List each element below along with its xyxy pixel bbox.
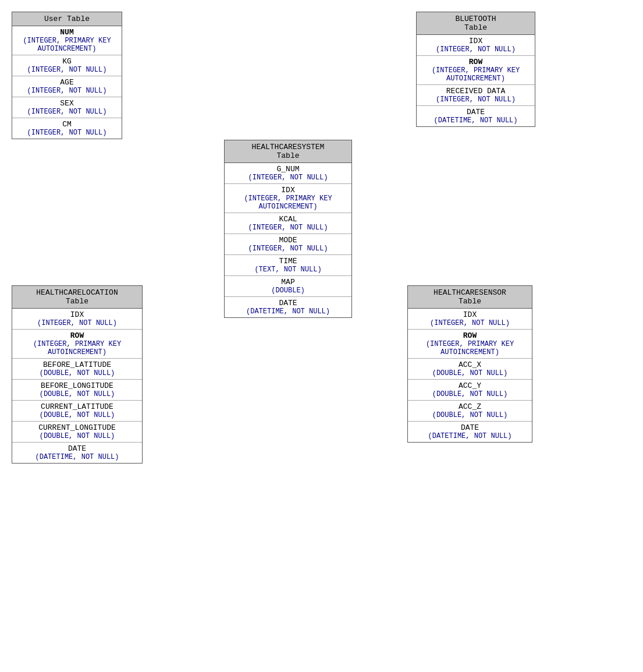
field-num-name: NUM bbox=[17, 28, 117, 37]
hse-field-accz: ACC_Z (DOUBLE, NOT NULL) bbox=[408, 401, 532, 422]
hse-field-idx-name: IDX bbox=[413, 310, 527, 319]
bluetooth-table-header: BLUETOOTH Table bbox=[417, 12, 535, 35]
hs-field-gnum: G_NUM (INTEGER, NOT NULL) bbox=[225, 163, 351, 184]
bt-field-row-name: ROW bbox=[421, 58, 530, 66]
hl-field-idx: IDX (INTEGER, NOT NULL) bbox=[12, 309, 142, 330]
field-cm-type: (INTEGER, NOT NULL) bbox=[17, 129, 117, 137]
healthcaresensor-name: HEALTHCARESENSOR bbox=[413, 288, 527, 297]
bt-field-date-name: DATE bbox=[421, 108, 530, 116]
healthcaresensor-header: HEALTHCARESENSOR Table bbox=[408, 286, 532, 309]
hse-field-accz-name: ACC_Z bbox=[413, 402, 527, 411]
bt-field-idx-type: (INTEGER, NOT NULL) bbox=[421, 45, 530, 54]
hs-field-idx-type: (INTEGER, PRIMARY KEY AUTOINCREMENT) bbox=[229, 194, 347, 211]
field-cm-name: CM bbox=[17, 120, 117, 129]
hs-field-date-type: (DATETIME, NOT NULL) bbox=[229, 307, 347, 316]
hl-field-current-lat-type: (DOUBLE, NOT NULL) bbox=[17, 411, 137, 419]
bt-field-date: DATE (DATETIME, NOT NULL) bbox=[417, 106, 535, 126]
hl-field-before-lon: BEFORE_LONGITUDE (DOUBLE, NOT NULL) bbox=[12, 380, 142, 401]
hl-field-current-lat-name: CURRENT_LATITUDE bbox=[17, 402, 137, 411]
hs-field-map-name: MAP bbox=[229, 278, 347, 287]
hs-field-date-name: DATE bbox=[229, 299, 347, 307]
hl-field-before-lat: BEFORE_LATITUDE (DOUBLE, NOT NULL) bbox=[12, 359, 142, 380]
bt-field-row: ROW (INTEGER, PRIMARY KEY AUTOINCREMENT) bbox=[417, 56, 535, 85]
bluetooth-table: BLUETOOTH Table IDX (INTEGER, NOT NULL) … bbox=[416, 12, 535, 127]
field-age-type: (INTEGER, NOT NULL) bbox=[17, 87, 117, 95]
hs-field-idx: IDX (INTEGER, PRIMARY KEY AUTOINCREMENT) bbox=[225, 184, 351, 213]
hl-field-date: DATE (DATETIME, NOT NULL) bbox=[12, 443, 142, 463]
hl-field-before-lat-name: BEFORE_LATITUDE bbox=[17, 360, 137, 369]
hl-field-row: ROW (INTEGER, PRIMARY KEY AUTOINCREMENT) bbox=[12, 330, 142, 359]
field-num: NUM (INTEGER, PRIMARY KEY AUTOINCREMENT) bbox=[12, 26, 122, 55]
healthcarelocation-header: HEALTHCARELOCATION Table bbox=[12, 286, 142, 309]
bluetooth-table-name: BLUETOOTH bbox=[421, 15, 530, 23]
healthcaresystem-table: HEALTHCARESYSTEM Table G_NUM (INTEGER, N… bbox=[224, 140, 352, 318]
field-age: AGE (INTEGER, NOT NULL) bbox=[12, 76, 122, 97]
hl-field-row-type: (INTEGER, PRIMARY KEY AUTOINCREMENT) bbox=[17, 340, 137, 356]
healthcarelocation-name: HEALTHCARELOCATION bbox=[17, 288, 137, 297]
hs-field-map: MAP (DOUBLE) bbox=[225, 276, 351, 297]
hs-field-date: DATE (DATETIME, NOT NULL) bbox=[225, 297, 351, 317]
hl-field-idx-type: (INTEGER, NOT NULL) bbox=[17, 319, 137, 327]
bt-field-row-type: (INTEGER, PRIMARY KEY AUTOINCREMENT) bbox=[421, 66, 530, 83]
field-kg-type: (INTEGER, NOT NULL) bbox=[17, 66, 117, 74]
field-sex-type: (INTEGER, NOT NULL) bbox=[17, 108, 117, 116]
hs-field-time: TIME (TEXT, NOT NULL) bbox=[225, 255, 351, 276]
field-kg: KG (INTEGER, NOT NULL) bbox=[12, 55, 122, 76]
hse-field-accx: ACC_X (DOUBLE, NOT NULL) bbox=[408, 359, 532, 380]
field-num-type: (INTEGER, PRIMARY KEY AUTOINCREMENT) bbox=[17, 37, 117, 53]
hs-field-mode-name: MODE bbox=[229, 236, 347, 245]
healthcarelocation-table: HEALTHCARELOCATION Table IDX (INTEGER, N… bbox=[12, 285, 143, 464]
field-cm: CM (INTEGER, NOT NULL) bbox=[12, 118, 122, 139]
bt-field-received-name: RECEIVED DATA bbox=[421, 87, 530, 96]
hs-field-idx-name: IDX bbox=[229, 186, 347, 194]
hse-field-row-name: ROW bbox=[413, 331, 527, 340]
user-table-name: User Table bbox=[17, 15, 117, 23]
healthcarelocation-label: Table bbox=[17, 297, 137, 306]
hse-field-row-type: (INTEGER, PRIMARY KEY AUTOINCREMENT) bbox=[413, 340, 527, 356]
bluetooth-table-label: Table bbox=[421, 23, 530, 32]
hl-field-current-lon-name: CURRENT_LONGITUDE bbox=[17, 423, 137, 432]
hse-field-accz-type: (DOUBLE, NOT NULL) bbox=[413, 411, 527, 419]
hse-field-accy: ACC_Y (DOUBLE, NOT NULL) bbox=[408, 380, 532, 401]
field-sex-name: SEX bbox=[17, 99, 117, 108]
healthcaresensor-label: Table bbox=[413, 297, 527, 306]
hl-field-date-type: (DATETIME, NOT NULL) bbox=[17, 453, 137, 461]
hl-field-before-lon-type: (DOUBLE, NOT NULL) bbox=[17, 390, 137, 398]
hse-field-accy-name: ACC_Y bbox=[413, 381, 527, 390]
hse-field-date-type: (DATETIME, NOT NULL) bbox=[413, 432, 527, 440]
user-table-header: User Table bbox=[12, 12, 122, 26]
bt-field-idx-name: IDX bbox=[421, 37, 530, 45]
field-sex: SEX (INTEGER, NOT NULL) bbox=[12, 97, 122, 118]
hl-field-current-lon-type: (DOUBLE, NOT NULL) bbox=[17, 432, 137, 440]
field-kg-name: KG bbox=[17, 57, 117, 66]
hse-field-date: DATE (DATETIME, NOT NULL) bbox=[408, 422, 532, 442]
hs-field-gnum-name: G_NUM bbox=[229, 165, 347, 174]
healthcaresensor-table: HEALTHCARESENSOR Table IDX (INTEGER, NOT… bbox=[407, 285, 532, 443]
field-age-name: AGE bbox=[17, 78, 117, 87]
hs-field-map-type: (DOUBLE) bbox=[229, 287, 347, 295]
bt-field-date-type: (DATETIME, NOT NULL) bbox=[421, 116, 530, 125]
healthcaresystem-header: HEALTHCARESYSTEM Table bbox=[225, 140, 351, 163]
bt-field-idx: IDX (INTEGER, NOT NULL) bbox=[417, 35, 535, 56]
hs-field-gnum-type: (INTEGER, NOT NULL) bbox=[229, 174, 347, 182]
hl-field-current-lat: CURRENT_LATITUDE (DOUBLE, NOT NULL) bbox=[12, 401, 142, 422]
hs-field-kcal-type: (INTEGER, NOT NULL) bbox=[229, 224, 347, 232]
hs-field-mode-type: (INTEGER, NOT NULL) bbox=[229, 245, 347, 253]
hse-field-idx-type: (INTEGER, NOT NULL) bbox=[413, 319, 527, 327]
hse-field-idx: IDX (INTEGER, NOT NULL) bbox=[408, 309, 532, 330]
hse-field-row: ROW (INTEGER, PRIMARY KEY AUTOINCREMENT) bbox=[408, 330, 532, 359]
hl-field-before-lat-type: (DOUBLE, NOT NULL) bbox=[17, 369, 137, 377]
hs-field-time-type: (TEXT, NOT NULL) bbox=[229, 266, 347, 274]
diagram-container: User Table NUM (INTEGER, PRIMARY KEY AUT… bbox=[0, 0, 643, 672]
hse-field-accx-type: (DOUBLE, NOT NULL) bbox=[413, 369, 527, 377]
hse-field-accy-type: (DOUBLE, NOT NULL) bbox=[413, 390, 527, 398]
hs-field-kcal-name: KCAL bbox=[229, 215, 347, 224]
hl-field-current-lon: CURRENT_LONGITUDE (DOUBLE, NOT NULL) bbox=[12, 422, 142, 443]
hl-field-row-name: ROW bbox=[17, 331, 137, 340]
hl-field-idx-name: IDX bbox=[17, 310, 137, 319]
hl-field-before-lon-name: BEFORE_LONGITUDE bbox=[17, 381, 137, 390]
healthcaresystem-name: HEALTHCARESYSTEM bbox=[229, 143, 347, 151]
healthcaresystem-label: Table bbox=[229, 151, 347, 160]
hse-field-date-name: DATE bbox=[413, 423, 527, 432]
hs-field-kcal: KCAL (INTEGER, NOT NULL) bbox=[225, 213, 351, 234]
